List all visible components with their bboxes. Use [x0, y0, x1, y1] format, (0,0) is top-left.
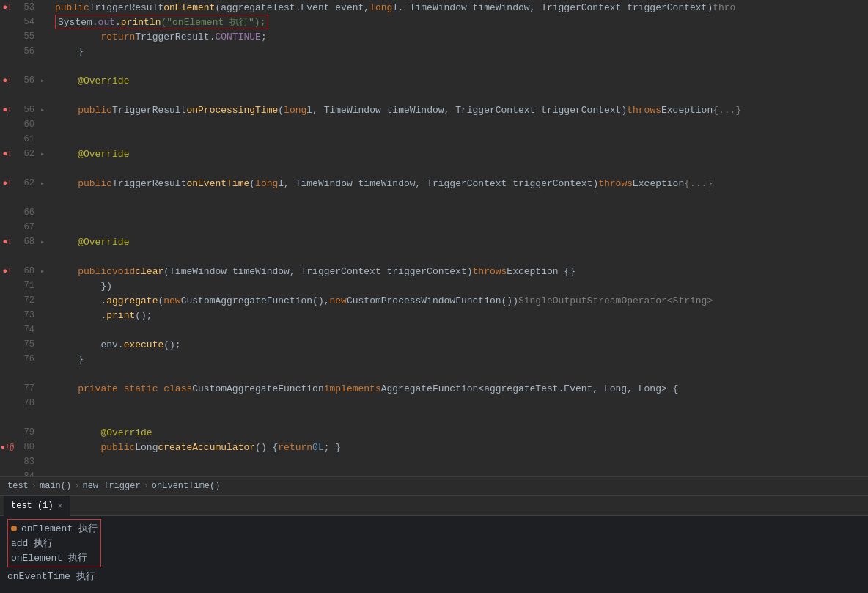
- fold-btn-62b[interactable]: ▸: [40, 179, 45, 188]
- kw-long-53: long: [369, 2, 392, 13]
- code-line-67: [55, 220, 868, 235]
- method-execute: execute: [124, 339, 164, 350]
- line-num-80: 80: [15, 442, 40, 452]
- type-env-75: env.: [100, 339, 123, 350]
- collapsed-opt: {...}: [713, 105, 741, 116]
- code-line-empty2: [55, 88, 868, 103]
- kw-private-77: private static class: [78, 383, 192, 394]
- params-opt: (: [278, 105, 284, 116]
- console-line-1: onElement 执行: [11, 521, 98, 536]
- line-num-72: 72: [15, 295, 40, 306]
- kw-long-opt: long: [284, 105, 306, 116]
- gray-soso: SingleOutputStreamOperator<String>: [518, 295, 713, 306]
- method-aggregate: aggregate: [106, 295, 158, 306]
- fold-btn-56c[interactable]: ▸: [40, 106, 45, 114]
- breadcrumb-test: test: [7, 481, 29, 491]
- kw-return-80: return: [278, 442, 312, 453]
- code-line-71: }): [55, 279, 868, 293]
- annotation-override-62: @Override: [78, 149, 129, 160]
- dot-73: .: [100, 310, 106, 321]
- method-oneventtime: onEventTime: [186, 178, 249, 189]
- fold-btn-56b[interactable]: ▸: [40, 76, 45, 85]
- console-tab-close[interactable]: ✕: [58, 501, 63, 510]
- type-caf: CustomAggregateFunction(),: [181, 295, 330, 306]
- kw-throws-clear: throws: [473, 266, 507, 277]
- kw-new-72a: new: [163, 295, 180, 306]
- highlighted-println-54: System.out.println("onElement 执行");: [55, 15, 268, 29]
- type-l-53: l, TimeWindow timeWindow, TriggerContext…: [392, 2, 713, 13]
- type-system: System.: [58, 17, 98, 28]
- code-line-empty6: [55, 367, 868, 381]
- semi-73: ();: [135, 310, 152, 321]
- line-num-56b: 56: [15, 75, 40, 86]
- gutter: ●!53 54 55 56 ●!56▸ ●!56▸ 60 61 ●!62▸ ●!…: [0, 0, 48, 476]
- fold-btn-68a[interactable]: ▸: [40, 237, 45, 246]
- fold-btn-62a[interactable]: ▸: [40, 150, 45, 158]
- semi-55: ;: [261, 32, 267, 43]
- code-line-77: private static class CustomAggregateFunc…: [55, 381, 868, 396]
- dot-54: .: [115, 17, 121, 28]
- line-num-62b: 62: [15, 178, 40, 188]
- code-line-80: public Long createAccumulator () { retur…: [55, 440, 868, 454]
- type-long-80: Long: [135, 442, 158, 453]
- code-line-54: System.out.println("onElement 执行");: [55, 15, 868, 29]
- line-num-68b: 68: [15, 266, 40, 276]
- method-onelement: onElement: [163, 2, 215, 13]
- console-text-4: onEventTime 执行: [7, 570, 95, 583]
- gutter-marker-68a: ●!: [0, 237, 15, 246]
- code-line-empty5: [55, 249, 868, 264]
- type-cpwf: CustomProcessWindowFunction()): [347, 295, 518, 306]
- line-num-53: 53: [15, 2, 40, 12]
- line-num-76: 76: [15, 354, 40, 364]
- keyword-public: public: [55, 2, 89, 13]
- code-line-empty1: [55, 59, 868, 73]
- line-num-68a: 68: [15, 237, 40, 247]
- code-line-53: public TriggerResult onElement (aggregat…: [55, 0, 868, 15]
- line-num-75: 75: [15, 339, 40, 350]
- console-tab-test[interactable]: test (1) ✕: [4, 496, 70, 516]
- gutter-marker-53: ●!: [0, 3, 15, 12]
- method-onprocessingtime: onProcessingTime: [186, 105, 278, 116]
- throws-truncated-53: thro: [713, 2, 735, 13]
- sysout-54: out: [98, 17, 115, 28]
- line-num-54: 54: [15, 17, 40, 27]
- annotation-override-79: @Override: [100, 427, 152, 438]
- console-line-2: add 执行: [11, 536, 98, 550]
- code-line-override-68: @Override: [55, 235, 868, 249]
- kw-implements-77: implements: [324, 383, 381, 394]
- console-line-3: onElement 执行: [11, 550, 98, 565]
- code-container: ●!53 54 55 56 ●!56▸ ●!56▸ 60 61 ●!62▸ ●!…: [0, 0, 868, 476]
- kw-public-clear: public: [78, 266, 112, 277]
- annotation-override-56: @Override: [78, 75, 129, 86]
- string-onelement: ("onElement 执行");: [161, 17, 265, 28]
- code-line-84: [55, 469, 868, 476]
- kw-throws-oet: throws: [598, 178, 633, 189]
- kw-long-oet: long: [255, 178, 278, 189]
- params-clear: (TimeWindow timeWindow, TriggerContext t…: [163, 266, 472, 277]
- breadcrumb-main: main(): [40, 481, 71, 491]
- line-num-62a: 62: [15, 149, 40, 159]
- method-clear: clear: [135, 266, 163, 277]
- method-println-54: println: [121, 17, 161, 28]
- breadcrumb-bar: test › main() › new Trigger › onEventTim…: [0, 476, 868, 495]
- collapsed-oet: {...}: [684, 178, 713, 189]
- code-line-override-79: @Override: [55, 425, 868, 440]
- kw-throws-opt: throws: [627, 105, 661, 116]
- breadcrumb-sep2: ›: [74, 481, 79, 491]
- line-num-74: 74: [15, 325, 40, 335]
- code-line-56-close: }: [55, 44, 868, 59]
- code-line-78: [55, 396, 868, 410]
- breadcrumb-newtrigger: new Trigger: [82, 481, 140, 491]
- code-line-empty3: [55, 161, 868, 176]
- console-dot-1: [11, 526, 17, 531]
- type-triggerresult: TriggerResult: [89, 2, 163, 13]
- line-num-83: 83: [15, 457, 40, 467]
- gutter-marker-62b: ●!: [0, 179, 15, 188]
- fold-btn-68b[interactable]: ▸: [40, 267, 45, 276]
- num-0l: 0L: [312, 442, 324, 453]
- kw-public-oet: public: [78, 178, 112, 189]
- type-closeparen-71: }): [100, 281, 112, 292]
- code-line-60: [55, 117, 868, 132]
- code-line-72: . aggregate ( new CustomAggregateFunctio…: [55, 293, 868, 308]
- gutter-marker-62a: ●!: [0, 150, 15, 158]
